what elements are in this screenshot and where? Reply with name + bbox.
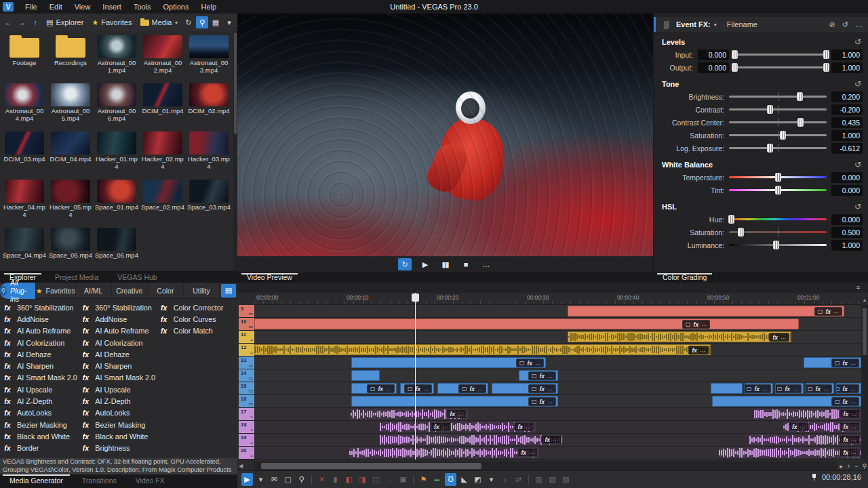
- group-icon[interactable]: ▧: [547, 473, 558, 486]
- more-icon[interactable]: …: [526, 424, 531, 430]
- clip-badges[interactable]: fx…: [517, 448, 538, 457]
- explorer-button[interactable]: ▤Explorer: [43, 16, 87, 29]
- ungroup-icon[interactable]: ▨: [560, 473, 572, 486]
- timeline-clip[interactable]: ▢fx…: [745, 383, 773, 394]
- scroll-up-icon[interactable]: ▲: [861, 298, 868, 302]
- scroll-right-icon[interactable]: ▸: [840, 463, 843, 470]
- playhead-line[interactable]: [415, 293, 416, 460]
- tab-video-fx[interactable]: Video FX: [126, 476, 174, 485]
- plugin-item[interactable]: fxAI Smart Mask 2.0: [3, 372, 81, 384]
- clip-badges[interactable]: ▢fx…: [528, 384, 556, 393]
- menu-insert[interactable]: Insert: [96, 0, 127, 14]
- track-header-14[interactable]: 14▭: [239, 369, 254, 382]
- ripple-dropdown-icon[interactable]: ▾: [486, 473, 497, 486]
- menu-help[interactable]: Help: [195, 0, 222, 14]
- playhead-marker[interactable]: [412, 293, 419, 302]
- more-icon[interactable]: …: [442, 424, 448, 430]
- more-icon[interactable]: …: [547, 399, 553, 405]
- plugin-item[interactable]: fxAI Auto Reframe: [81, 325, 159, 337]
- reset-icon[interactable]: ↺: [854, 160, 861, 169]
- clip-badges[interactable]: ▢fx…: [458, 384, 486, 393]
- media-item[interactable]: Space_02.mp4: [140, 178, 186, 226]
- plugin-item[interactable]: fxAI Dehaze: [3, 348, 81, 360]
- plugin-tab-creative[interactable]: Creative: [112, 283, 148, 299]
- media-item[interactable]: Hacker_04.mp4: [1, 178, 47, 226]
- crop-icon[interactable]: ▢: [777, 386, 783, 392]
- tab-color-grading[interactable]: Color Grading: [653, 273, 716, 283]
- loop-playback-button[interactable]: ↻: [398, 258, 412, 270]
- more-icon[interactable]: …: [793, 386, 798, 392]
- more-icon[interactable]: …: [700, 347, 705, 353]
- crop-icon[interactable]: ▢: [835, 360, 840, 366]
- track-header-18[interactable]: 18≈: [239, 421, 254, 434]
- clip-badges[interactable]: ▢fx…: [516, 359, 544, 367]
- slider-handle-low[interactable]: [732, 63, 738, 72]
- media-item[interactable]: Space_03.mp4: [186, 178, 232, 226]
- timeline-clip[interactable]: ▢fx…: [712, 396, 861, 407]
- clip-badges[interactable]: fx…: [541, 435, 561, 444]
- media-item[interactable]: Space_04.mp4: [1, 226, 47, 274]
- timeline-clip[interactable]: ▢fx…: [254, 319, 799, 329]
- slide-tool-icon[interactable]: ◌: [384, 473, 395, 486]
- media-item[interactable]: DCIM_03.mp4: [1, 129, 47, 178]
- fx-slider[interactable]: [729, 240, 827, 250]
- plugin-item[interactable]: fxBrightness: [81, 443, 159, 454]
- plugin-item[interactable]: fx360° Stabilization: [3, 302, 81, 313]
- fx-value-input[interactable]: 0.000: [698, 62, 729, 73]
- more-icon[interactable]: …: [851, 411, 856, 417]
- more-icon[interactable]: …: [762, 386, 768, 392]
- tab-media-generator[interactable]: Media Generator: [0, 476, 73, 485]
- fx-badge-icon[interactable]: fx: [843, 449, 848, 456]
- media-item[interactable]: Astronaut_002.mp4: [140, 33, 186, 81]
- media-item[interactable]: DCIM_01.mp4: [140, 81, 186, 129]
- clip-badges[interactable]: fx…: [769, 333, 789, 342]
- track-lane-13[interactable]: ▢fx…▢fx…: [254, 357, 861, 369]
- more-icon[interactable]: …: [547, 386, 553, 392]
- slip-tool-icon[interactable]: ◫: [370, 473, 382, 486]
- fx-badge-icon[interactable]: fx: [772, 334, 778, 341]
- crop-icon[interactable]: ▢: [532, 373, 537, 379]
- media-item[interactable]: Astronaut_004.mp4: [1, 81, 47, 129]
- timeline-clip[interactable]: ▢fx…: [351, 396, 558, 407]
- fx-badge-icon[interactable]: fx: [825, 308, 831, 315]
- clip-badges[interactable]: ▢fx…: [528, 397, 556, 406]
- stop-button[interactable]: ■: [459, 258, 473, 270]
- delete-button[interactable]: ✕: [316, 473, 328, 486]
- media-item[interactable]: DCIM_02.mp4: [186, 81, 232, 129]
- plugin-item[interactable]: fxAutoLooks: [81, 407, 159, 419]
- fx-slider[interactable]: [729, 104, 827, 115]
- timeline-clip[interactable]: [351, 370, 380, 381]
- media-item[interactable]: Astronaut_001.mp4: [94, 33, 140, 81]
- clip-badges[interactable]: fx…: [789, 422, 809, 431]
- fx-slider[interactable]: [734, 62, 827, 73]
- timeline-clip[interactable]: ▢fx…: [351, 383, 397, 394]
- insert-region-button[interactable]: ▪▪: [431, 473, 443, 486]
- media-item[interactable]: Space_05.mp4: [47, 226, 94, 274]
- clip-badges[interactable]: fx…: [840, 422, 860, 431]
- track-header-15[interactable]: 15▭: [239, 382, 254, 395]
- clip-badges[interactable]: fx…: [688, 346, 709, 354]
- timeline-vertical-scrollbar[interactable]: ▲: [861, 305, 868, 460]
- track-lane-15[interactable]: ▢fx…▢fx…▢fx…▢fx…▢fx…▢fx…▢fx…▢fx…: [254, 382, 861, 395]
- fx-value-input[interactable]: 1.000: [831, 49, 863, 60]
- trim-end-icon[interactable]: ◨: [357, 473, 368, 486]
- fx-value-input[interactable]: 1.000: [831, 62, 863, 73]
- bypass-fx-icon[interactable]: ⊘: [829, 20, 835, 29]
- media-item[interactable]: Astronaut_006.mp4: [94, 81, 140, 129]
- auto-ripple-button[interactable]: ◩: [472, 473, 484, 486]
- plugin-tab-color[interactable]: Color: [148, 283, 184, 299]
- more-icon[interactable]: …: [850, 386, 856, 392]
- fx-slider[interactable]: [729, 117, 827, 127]
- plugin-tab-favorites[interactable]: ★Favorites: [36, 283, 76, 299]
- media-item[interactable]: Space_01.mp4: [94, 178, 140, 226]
- plugin-tab-utility[interactable]: Utility: [184, 283, 220, 299]
- media-item[interactable]: DCIM_04.mp4: [47, 129, 94, 178]
- clip-badges[interactable]: fx…: [514, 422, 534, 431]
- fx-badge-icon[interactable]: fx: [539, 399, 545, 405]
- media-item[interactable]: Astronaut_003.mp4: [186, 33, 232, 81]
- track-lane-11[interactable]: fx…: [254, 331, 861, 344]
- mixer-icon[interactable]: ⇄: [513, 473, 524, 486]
- plugin-item[interactable]: fxAddNoise: [81, 313, 159, 325]
- track-header-12[interactable]: 12≈: [239, 344, 254, 357]
- slider-handle[interactable]: [767, 144, 773, 152]
